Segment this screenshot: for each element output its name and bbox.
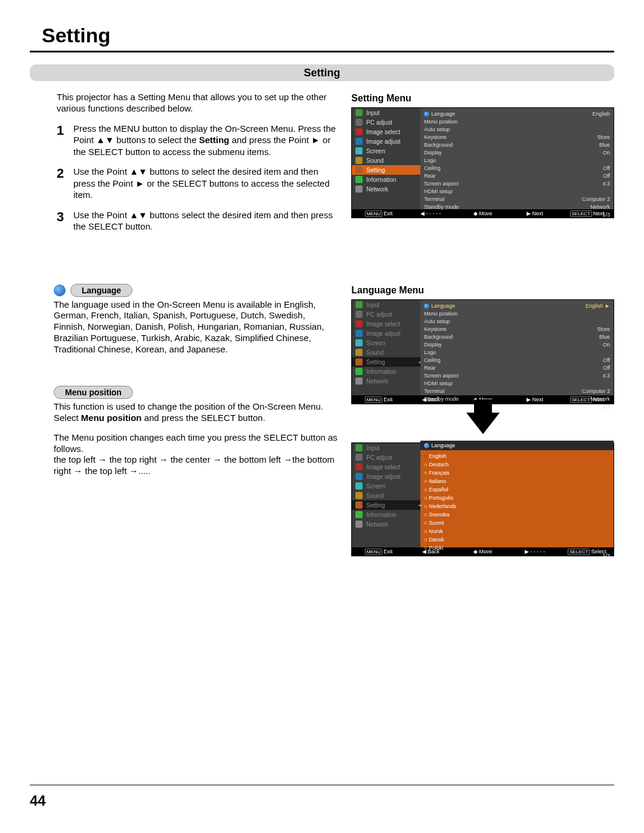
menu-position-heading-row: Menu position [54,386,338,399]
osd-left-pc-adjust: PC adjust [352,453,420,462]
setting-menu-screenshot: Input PC adjust Image select Image adjus… [351,107,614,218]
osd-row: LanguageEnglish [424,110,610,117]
osd-left-screen: Screen [352,481,420,491]
arrow-down-icon [466,413,500,434]
osd-row: CeilingOff [424,357,610,364]
osd-left-information: Information [352,175,420,184]
globe-icon [54,284,66,296]
language-body: The language used in the On-Screen Menu … [54,299,338,355]
step-number: 2 [57,166,73,201]
osd-row: RearOff [424,364,610,371]
bar-exit: MENUExit [354,549,402,555]
language-heading: Language [70,284,132,297]
bar-select: SELECTNext [563,210,611,216]
step-text: Press the MENU button to display the On-… [73,123,338,158]
osd-row: Menu position [424,118,610,125]
osd-row: 1/3 [424,403,610,410]
osd-row: RearOff [424,172,610,179]
osd-left-image-select: Image select [352,319,420,329]
bar-back: ◀ Back [407,549,455,555]
lang-option: Português [424,494,610,502]
bottom-rule [30,785,614,785]
osd-row: BackgroundBlue [424,333,610,340]
osd-row: HDMI setup [424,188,610,195]
bar-exit: MENUExit [354,397,402,402]
step-number: 3 [57,209,73,233]
osd-left-screen: Screen [352,338,420,348]
osd-left-sound: Sound [352,156,420,165]
osd-left-pc-adjust: PC adjust [352,117,420,127]
lang-option: Français [424,469,610,477]
osd-row: Logo [424,157,610,164]
step-text: Use the Point ▲▼ buttons to select the d… [73,166,338,201]
lang-option: Nederlands [424,503,610,510]
lang-option: Italiano [424,478,610,485]
page-number: 44 [30,792,46,809]
osd-left-input: Input [352,108,420,117]
osd-left-sound: Sound [352,348,420,357]
bar-select: SELECTSelect [563,549,611,555]
osd-left-input: Input [352,300,420,309]
top-rule [30,51,614,52]
osd-row: Menu position [424,310,610,317]
osd-row: Screen aspect4:3 [424,372,610,379]
setting-menu-label: Setting Menu [351,93,614,104]
osd-row: Auto setup [424,318,610,325]
osd-row: Screen aspect4:3 [424,180,610,187]
osd-row: BackgroundBlue [424,141,610,148]
osd-left-network: Network [352,376,420,386]
osd-left-information: Information [352,367,420,376]
osd-row: Standby modeNetwork [424,395,610,402]
osd-left-setting: Setting ◀ [352,500,420,510]
bar-exit: MENUExit [354,210,402,216]
bar-back: ◀ - - - - - [407,210,455,216]
page-title: Setting [42,24,614,47]
osd-row: Standby modeNetwork [424,203,610,210]
step-1: 1 Press the MENU button to display the O… [57,123,338,158]
osd-left-image-select: Image select [352,127,420,137]
osd-left-setting: Setting ◀ [352,357,420,367]
step-2: 2 Use the Point ▲▼ buttons to select the… [57,166,338,201]
osd-left-image-select: Image select [352,462,420,472]
menu-position-body2: The Menu position changes each time you … [54,432,338,455]
lang-option: Svenska [424,511,610,519]
osd-left-screen: Screen [352,146,420,156]
bar-next: ▶ Next [510,210,559,216]
language-heading-row: Language [54,284,338,297]
language-menu-label: Language Menu [351,285,614,296]
osd-left-image-adjust: Image adjust [352,472,420,481]
osd-row: LanguageEnglish ► [424,302,610,309]
osd-left-input: Input [352,443,420,453]
osd-row: KeystoneStore [424,134,610,141]
osd-left-network: Network [352,184,420,194]
language-menu-screenshot-1: Input PC adjust Image select Image adjus… [351,299,614,404]
osd-left-image-adjust: Image adjust [352,137,420,146]
osd-row: DisplayOn [424,341,610,348]
osd-row: TerminalComputer 2 [424,196,610,203]
osd-left-setting: Setting [352,165,420,175]
osd-left-information: Information [352,510,420,519]
osd-left-image-adjust: Image adjust [352,329,420,338]
osd-row: DisplayOn [424,149,610,156]
osd-row: CeilingOff [424,165,610,172]
menu-position-heading: Menu position [54,386,133,399]
steps-list: 1 Press the MENU button to display the O… [57,123,338,233]
menu-position-body3: the top left → the top right → the cente… [54,454,338,477]
section-title: Setting [30,64,614,81]
osd-left-network: Network [352,519,420,529]
osd-left-sound: Sound [352,491,420,500]
lang-option: Suomi [424,519,610,527]
intro-text: This projector has a Setting Menu that a… [57,92,338,114]
step-text: Use the Point ▲▼ buttons select the desi… [73,209,338,233]
osd-row: KeystoneStore [424,326,610,333]
osd-row: Logo [424,349,610,356]
osd-row: HDMI setup [424,380,610,387]
language-menu-screenshot-2: Input PC adjust Image select Image adjus… [351,442,614,556]
osd-row: TerminalComputer 2 [424,388,610,395]
step-number: 1 [57,123,73,158]
bar-next: ▶ - - - - - [510,549,559,555]
lang-option: Deutsch [424,461,610,469]
lang-option: Norsk [424,528,610,535]
lang-option: Dansk [424,536,610,544]
menu-position-body1: This function is used to change the posi… [54,401,338,424]
